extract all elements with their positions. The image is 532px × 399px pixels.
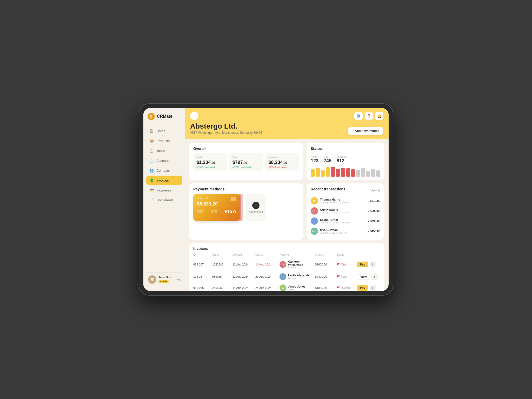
add-icon: +	[252, 202, 260, 209]
sidebar-item-contacts[interactable]: 👥 Contacts	[146, 166, 182, 175]
view-button[interactable]: View	[357, 274, 370, 280]
back-button[interactable]: ←	[190, 112, 198, 120]
status-header: Status ···	[311, 147, 380, 153]
card-last4: *9423	[197, 210, 204, 213]
table-row: 956-045 285695 14 Aug 2024 24 Aug 2024 J…	[193, 282, 380, 291]
content-area: Overall Paid $1,234.00 +35% Last week Du…	[185, 139, 389, 291]
sidebar-item-label: Documents	[156, 198, 174, 202]
transaction-item: TH Thomas Harris January 18, 2024 1:25 A…	[311, 196, 380, 206]
trans-amount: - $450.00	[368, 230, 380, 233]
help-button[interactable]: ❓	[365, 112, 373, 120]
sidebar-item-tasks[interactable]: 📋 Tasks	[146, 146, 182, 155]
sidebar: C CRMate 🏠 Home 📦 Products 📋 Tasks 🧾	[143, 108, 185, 291]
pay-button[interactable]: Pay	[357, 285, 368, 291]
bar	[316, 168, 320, 177]
card-expiry: 06/28	[211, 210, 217, 213]
bar	[326, 167, 330, 177]
transaction-item: MG Mya Guzman January 7, 2024 6:47 AM - …	[311, 226, 380, 236]
contacts-icon: 👥	[149, 168, 154, 173]
balance-amount: $8,234	[268, 160, 283, 165]
logout-button[interactable]: ↪	[177, 277, 180, 282]
due-change: +17% Last week	[232, 166, 260, 169]
td-amount: $1600.00	[315, 263, 335, 266]
sidebar-item-payments[interactable]: 💳 Payments	[146, 185, 182, 195]
logo-icon: C	[148, 113, 155, 120]
header-actions: ⚙️ ❓ 🔔	[354, 112, 383, 120]
bar	[341, 168, 345, 177]
credit-card: Universal $8,523.20 *9423 06/28 VISA	[193, 194, 240, 221]
card-chip	[231, 197, 236, 201]
add-method-button[interactable]: + Add method	[245, 194, 266, 221]
download-button[interactable]: ⬇	[370, 261, 376, 268]
transaction-item: ST Sasha Turner January 12, 2024 9:15 PM…	[311, 216, 380, 226]
due-amount: $797	[232, 160, 243, 165]
card-decoration-1	[239, 194, 241, 221]
due-value: $797.00	[232, 160, 260, 165]
sidebar-item-accounts[interactable]: 🧾 Accounts	[146, 156, 182, 165]
td-receiver: JJ Jacob Jones Sales	[280, 284, 313, 291]
view-all-link[interactable]: View all	[370, 189, 380, 192]
tasks-icon: 📋	[149, 148, 154, 153]
trans-avatar: MG	[311, 228, 318, 235]
payments-icon: 💳	[149, 188, 154, 192]
td-due: 18 Aug 2024	[255, 263, 277, 266]
pay-button[interactable]: Pay	[357, 262, 368, 267]
paid-amount: $1,234	[196, 160, 211, 165]
balance-cents: .00	[283, 161, 287, 165]
stat-paid: Paid $1,234.00 +35% Last week	[193, 153, 227, 171]
trans-info: Sasha Turner January 12, 2024 9:15 PM	[320, 218, 366, 224]
settings-button[interactable]: ⚙️	[354, 112, 363, 120]
card-amount-value: $8,523	[197, 201, 211, 207]
td-id: 956-045	[193, 286, 210, 289]
notifications-button[interactable]: 🔔	[375, 112, 383, 120]
download-button[interactable]: ⬇	[371, 274, 378, 280]
rec-avatar: LA	[280, 273, 286, 280]
more-button[interactable]: ···	[376, 148, 380, 152]
action-buttons: Pay ⬇	[357, 285, 380, 291]
user-badge: Admin	[158, 280, 169, 283]
trans-date: January 7, 2024 6:47 AM	[320, 231, 366, 234]
trans-amount: - $390.00	[368, 220, 380, 223]
bar	[366, 171, 370, 177]
status-due-count: Due 745	[324, 155, 331, 164]
trans-name: Guy Hawkins	[320, 208, 366, 211]
trans-info: Thomas Harris January 18, 2024 1:25 AM	[320, 198, 366, 204]
rec-role: Manager	[288, 266, 313, 269]
status-due-value: 745	[324, 158, 331, 164]
app-name: CRMate	[157, 114, 172, 119]
documents-icon: 📄	[149, 198, 154, 202]
trans-avatar: TH	[311, 197, 318, 204]
payment-title: Payment methods	[193, 187, 299, 191]
sidebar-item-label: Accounts	[156, 159, 170, 163]
td-receiver: LA Leslie Alexander Designer	[280, 273, 313, 280]
download-button[interactable]: ⬇	[370, 285, 376, 291]
due-cents: .00	[243, 161, 247, 165]
sidebar-item-invoices[interactable]: 💲 Invoices	[146, 176, 182, 185]
user-section: JD Jane Doe Admin ↪	[146, 272, 182, 286]
paid-cents: .00	[211, 161, 215, 165]
sidebar-item-products[interactable]: 📦 Products	[146, 136, 182, 145]
rec-role: Designer	[288, 277, 311, 280]
status-paid-count: Paid 123	[311, 155, 318, 164]
td-status: 🚩 Paid	[337, 275, 355, 278]
td-order: 589365	[212, 275, 230, 278]
row-2: Payment methods Universal $8,523.20	[189, 183, 384, 240]
sidebar-item-documents[interactable]: 📄 Documents	[146, 195, 182, 205]
table-row: 623-257 1232545 12 Aug 2024 18 Aug 2024 …	[193, 258, 380, 271]
card-amount: $8,523.20	[197, 201, 236, 207]
logo: C CRMate	[146, 113, 182, 120]
rec-avatar: JJ	[280, 284, 286, 291]
sidebar-item-home[interactable]: 🏠 Home	[146, 126, 182, 136]
stats-row: Paid $1,234.00 +35% Last week Due $797.0…	[193, 153, 299, 171]
add-invoice-button[interactable]: + Add new invoice	[348, 127, 383, 135]
status-paid-label: Paid	[311, 155, 318, 158]
stat-due: Due $797.00 +17% Last week	[229, 153, 263, 171]
col-header-receiver: Receiver	[280, 253, 313, 256]
status-awaiting-count: Awaiting 812	[337, 155, 347, 164]
invoices-icon: 💲	[149, 178, 154, 183]
td-id: 323-257	[193, 275, 210, 278]
row-1: Overall Paid $1,234.00 +35% Last week Du…	[189, 143, 384, 180]
trans-date: January 18, 2024 1:25 AM	[320, 201, 366, 204]
rec-name: Leslie Alexander	[288, 274, 311, 277]
trans-name: Sasha Turner	[320, 218, 366, 221]
